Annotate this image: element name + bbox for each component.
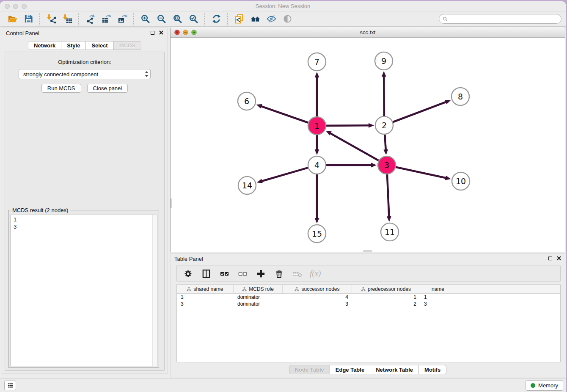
duplicate-network-button[interactable] bbox=[234, 14, 245, 25]
table-row[interactable]: 3dominator323 bbox=[177, 301, 560, 307]
import-table-icon bbox=[63, 14, 72, 24]
zoom-in-button[interactable] bbox=[140, 14, 151, 25]
cell-predecessor-nodes[interactable]: 1 bbox=[352, 294, 420, 301]
maximize-view-icon[interactable] bbox=[191, 30, 197, 35]
network-window-titlebar: scc.txt bbox=[171, 27, 565, 38]
network-view-window: scc.txt 7968124314101511 bbox=[170, 27, 565, 252]
zoom-fit-button[interactable] bbox=[172, 14, 183, 25]
close-panel-icon[interactable] bbox=[159, 30, 163, 35]
node-table[interactable]: shared nameMCDS rolesuccessor nodesprede… bbox=[176, 284, 561, 362]
cell-successor-nodes[interactable]: 3 bbox=[283, 301, 352, 307]
mcds-result-area[interactable]: 1 3 bbox=[10, 215, 157, 366]
search-field[interactable] bbox=[439, 14, 561, 24]
float-panel-icon[interactable] bbox=[151, 31, 154, 35]
task-history-button[interactable] bbox=[4, 381, 16, 390]
float-panel-icon[interactable] bbox=[548, 257, 552, 260]
zoom-in-icon bbox=[140, 14, 150, 24]
minimize-view-icon[interactable] bbox=[183, 30, 188, 35]
refresh-button[interactable] bbox=[211, 14, 222, 25]
criterion-dropdown[interactable]: strongly connected component bbox=[19, 69, 151, 79]
graph-edge-3-11[interactable] bbox=[387, 174, 389, 218]
column-header-shared-name[interactable]: shared name bbox=[177, 285, 234, 293]
memory-label: Memory bbox=[538, 382, 558, 389]
memory-button[interactable]: Memory bbox=[526, 380, 563, 391]
graph-node-label: 6 bbox=[244, 97, 249, 106]
column-header-predecessor-nodes[interactable]: predecessor nodes bbox=[352, 285, 420, 293]
export-table-button[interactable] bbox=[101, 14, 112, 25]
graph-node-label: 15 bbox=[312, 229, 322, 238]
open-session-button[interactable] bbox=[7, 14, 18, 25]
tab-mcds[interactable]: MCDS bbox=[114, 41, 141, 50]
cell-mcds-role[interactable]: dominator bbox=[234, 294, 283, 301]
close-panel-button[interactable]: Close panel bbox=[87, 84, 128, 93]
tab-edge-table[interactable]: Edge Table bbox=[330, 365, 370, 374]
export-image-button[interactable] bbox=[117, 14, 128, 25]
close-view-icon[interactable] bbox=[174, 30, 180, 35]
delete-table-button[interactable] bbox=[292, 268, 303, 279]
export-table-icon bbox=[102, 14, 111, 24]
import-table-button[interactable] bbox=[62, 14, 73, 25]
tab-network-table[interactable]: Network Table bbox=[370, 365, 419, 374]
show-column-panel-button[interactable] bbox=[201, 268, 212, 279]
column-header-name[interactable]: name bbox=[420, 285, 456, 293]
graph-edge-3-10[interactable] bbox=[396, 167, 446, 178]
splitter-handle-vertical[interactable] bbox=[171, 199, 172, 208]
arrowhead-icon bbox=[383, 149, 388, 155]
table-row[interactable]: 1dominator411 bbox=[177, 294, 560, 301]
graph-edge-3-1[interactable] bbox=[330, 133, 379, 161]
mcds-tab-content: Optimization criterion: strongly connect… bbox=[5, 52, 165, 371]
hide-selected-button[interactable] bbox=[266, 14, 277, 25]
table-body: 1dominator4113dominator323 bbox=[177, 294, 560, 307]
close-panel-icon[interactable] bbox=[557, 256, 561, 260]
table-panel-tabs: Node TableEdge TableNetwork TableMotifs bbox=[171, 365, 565, 374]
tab-node-table[interactable]: Node Table bbox=[289, 365, 330, 374]
search-input[interactable] bbox=[450, 16, 558, 22]
graph-node-label: 9 bbox=[381, 56, 386, 66]
tab-motifs[interactable]: Motifs bbox=[419, 365, 446, 374]
unselect-all-columns-button[interactable] bbox=[237, 268, 248, 279]
export-network-button[interactable] bbox=[85, 14, 96, 25]
import-network-button[interactable] bbox=[46, 14, 57, 25]
minimize-window-icon[interactable] bbox=[13, 4, 18, 9]
tab-select[interactable]: Select bbox=[86, 41, 113, 50]
create-column-button[interactable] bbox=[255, 268, 266, 279]
cell-mcds-role[interactable]: dominator bbox=[234, 301, 283, 307]
graph-node-label: 3 bbox=[384, 160, 389, 170]
column-header-mcds-role[interactable]: MCDS role bbox=[234, 285, 283, 293]
graph-edge-1-6[interactable] bbox=[260, 106, 308, 123]
graph-node-label: 2 bbox=[382, 121, 387, 130]
graph-edge-2-3[interactable] bbox=[385, 135, 385, 151]
cell-successor-nodes[interactable]: 4 bbox=[283, 294, 352, 301]
zoom-out-button[interactable] bbox=[156, 14, 167, 25]
mcds-result-text: 1 3 bbox=[11, 215, 157, 231]
cell-shared-name[interactable]: 1 bbox=[177, 294, 234, 301]
function-builder-button[interactable]: f(x) bbox=[310, 269, 321, 278]
run-mcds-button[interactable]: Run MCDS bbox=[41, 84, 81, 93]
show-graphics-details-button[interactable] bbox=[282, 14, 293, 25]
arrowhead-icon bbox=[315, 218, 319, 224]
tab-network[interactable]: Network bbox=[28, 41, 61, 50]
show-all-networks-button[interactable] bbox=[250, 14, 261, 25]
column-header-successor-nodes[interactable]: successor nodes bbox=[283, 285, 352, 293]
arrowhead-icon bbox=[315, 72, 319, 77]
save-session-button[interactable] bbox=[23, 14, 34, 25]
graph-edge-2-9[interactable] bbox=[384, 75, 384, 116]
cell-name[interactable]: 1 bbox=[420, 294, 456, 301]
splitter-handle-horizontal[interactable] bbox=[363, 250, 372, 252]
cell-name[interactable]: 3 bbox=[420, 301, 456, 307]
graph-edge-1-2[interactable] bbox=[326, 125, 370, 126]
table-options-button[interactable] bbox=[182, 268, 193, 279]
cell-predecessor-nodes[interactable]: 2 bbox=[352, 301, 420, 307]
duplicate-network-icon bbox=[234, 14, 244, 24]
graph-edge-2-8[interactable] bbox=[393, 102, 447, 122]
select-all-columns-button[interactable] bbox=[219, 268, 230, 279]
close-window-icon[interactable] bbox=[5, 4, 10, 9]
network-canvas[interactable]: 7968124314101511 bbox=[171, 38, 565, 252]
tab-style[interactable]: Style bbox=[61, 41, 86, 50]
delete-column-button[interactable] bbox=[273, 268, 284, 279]
result-scrollbar[interactable] bbox=[152, 215, 157, 366]
cell-shared-name[interactable]: 3 bbox=[177, 301, 234, 307]
zoom-selected-button[interactable] bbox=[188, 14, 199, 25]
graph-edge-4-14[interactable] bbox=[261, 168, 308, 181]
zoom-window-icon[interactable] bbox=[22, 4, 27, 9]
